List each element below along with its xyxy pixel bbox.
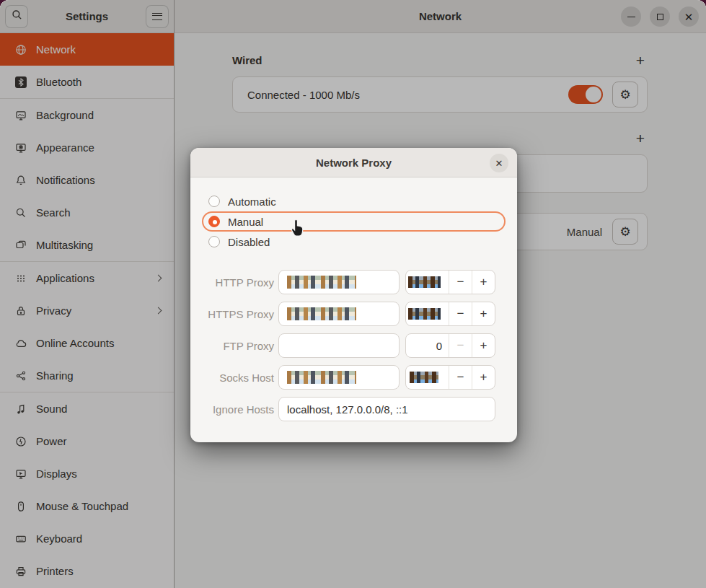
decrement-button[interactable]: − [449,271,472,294]
socks-host-input[interactable] [278,365,400,390]
proxy-form: HTTP Proxy − + HTTPS Proxy − + FTP Proxy… [190,270,517,421]
http-proxy-row: HTTP Proxy − + [190,270,517,294]
network-proxy-dialog: Network Proxy ✕ Automatic Manual Disable… [190,148,517,442]
proxy-mode-manual[interactable]: Manual [202,211,506,232]
redacted-value [410,372,438,383]
http-proxy-input[interactable] [278,270,400,294]
dialog-title: Network Proxy [316,157,392,169]
proxy-mode-disabled[interactable]: Disabled [202,232,506,252]
socks-port-spinner[interactable]: − + [405,365,495,390]
ftp-proxy-row: FTP Proxy 0 − + [190,333,517,358]
field-label: Socks Host [190,372,274,384]
port-value: 0 [406,334,449,357]
socks-host-row: Socks Host − + [190,365,517,390]
increment-button[interactable]: + [472,302,495,325]
ftp-port-spinner[interactable]: 0 − + [405,333,495,358]
field-label: HTTPS Proxy [190,308,274,320]
redacted-value [287,307,356,320]
proxy-mode-group: Automatic Manual Disabled [190,191,517,252]
https-port-spinner[interactable]: − + [405,302,495,326]
radio-icon [208,236,220,247]
https-proxy-row: HTTPS Proxy − + [190,302,517,326]
redacted-value [287,371,356,384]
port-value [406,302,449,325]
dialog-headerbar: Network Proxy ✕ [190,148,517,177]
decrement-button[interactable]: − [449,302,472,325]
radio-label: Manual [228,216,263,228]
port-value [406,271,449,294]
radio-checked-icon [208,216,220,227]
radio-label: Automatic [228,196,276,208]
increment-button[interactable]: + [472,334,495,357]
ignore-hosts-row: Ignore Hosts localhost, 127.0.0.0/8, ::1 [190,397,517,421]
http-port-spinner[interactable]: − + [405,270,495,294]
radio-icon [208,196,220,207]
field-label: Ignore Hosts [190,403,274,416]
redacted-value [287,276,356,289]
close-icon: ✕ [495,158,503,169]
radio-label: Disabled [228,236,270,248]
field-label: FTP Proxy [190,340,274,352]
increment-button[interactable]: + [472,271,495,294]
port-value [406,366,449,389]
proxy-mode-automatic[interactable]: Automatic [202,191,506,211]
mouse-cursor [290,218,306,240]
dialog-close-button[interactable]: ✕ [490,154,508,172]
redacted-value [408,276,441,288]
ftp-proxy-input[interactable] [278,333,400,358]
decrement-button[interactable]: − [449,334,472,357]
increment-button[interactable]: + [472,366,495,389]
decrement-button[interactable]: − [449,366,472,389]
https-proxy-input[interactable] [278,302,400,326]
field-label: HTTP Proxy [190,276,274,289]
field-value: localhost, 127.0.0.0/8, ::1 [287,403,408,416]
ignore-hosts-input[interactable]: localhost, 127.0.0.0/8, ::1 [278,397,495,421]
redacted-value [408,308,441,320]
